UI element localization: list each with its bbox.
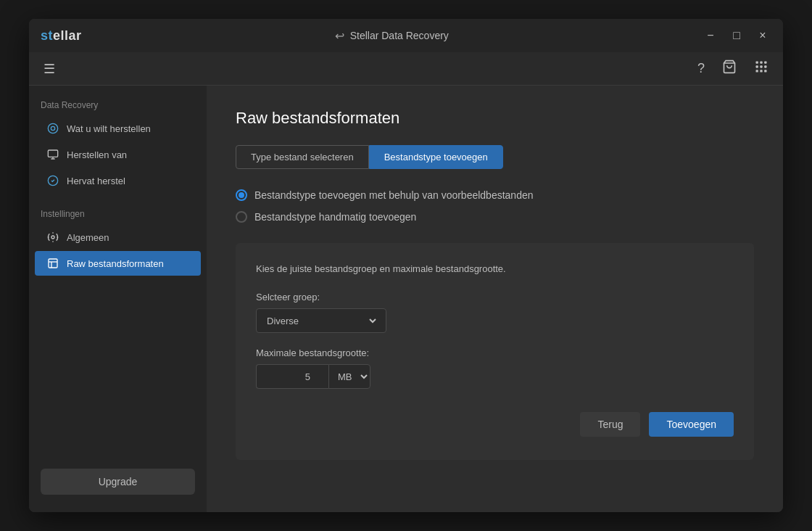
svg-rect-7	[756, 70, 758, 72]
select-group-label: Selcteer groep:	[256, 292, 734, 302]
sidebar-item-raw-bestandsformaten[interactable]: Raw bestandsformaten	[35, 251, 201, 276]
algemeen-icon	[46, 231, 59, 243]
grid-button[interactable]	[751, 57, 771, 81]
svg-rect-17	[49, 259, 57, 268]
tab-bar: Type bestand selecteren Bestandstype toe…	[236, 145, 754, 169]
svg-rect-3	[764, 62, 766, 64]
svg-rect-2	[760, 62, 762, 64]
titlebar-center: ↩ Stellar Data Recovery	[335, 29, 449, 43]
sidebar-item-algemeen[interactable]: Algemeen	[35, 225, 201, 250]
sidebar-item-hervat-herstel[interactable]: Hervat herstel	[35, 168, 201, 193]
hervat-herstel-icon	[46, 175, 59, 186]
size-input-group: MB KB GB	[256, 364, 734, 389]
svg-point-10	[48, 123, 57, 133]
form-hint: Kies de juiste bestandsgroep en maximale…	[256, 263, 734, 274]
form-card: Kies de juiste bestandsgroep en maximale…	[236, 243, 754, 460]
sidebar-item-wat-u-wilt[interactable]: Wat u wilt herstellen	[35, 116, 201, 141]
size-value-input[interactable]	[256, 364, 328, 389]
back-arrow-icon: ↩	[335, 29, 344, 43]
sidebar-section-data-recovery: Data Recovery	[29, 97, 207, 116]
toolbar-right: ?	[695, 57, 771, 81]
form-actions: Terug Toevoegen	[256, 412, 734, 437]
maximize-button[interactable]: □	[728, 27, 745, 44]
tab-toevoegen[interactable]: Bestandstype toevoegen	[369, 145, 503, 169]
help-button[interactable]: ?	[695, 58, 708, 79]
hamburger-menu-button[interactable]: ☰	[41, 58, 58, 80]
main-content: Data Recovery Wat u wilt herstellen	[29, 86, 783, 512]
select-group-input[interactable]: Diverse Audio Video Document Image	[264, 315, 378, 327]
sidebar-item-label: Raw bestandsformaten	[67, 258, 164, 269]
max-size-label: Maximale bestandsgrootte:	[256, 347, 734, 358]
select-group-wrapper: Diverse Audio Video Document Image	[256, 308, 386, 333]
radio-label-handmatig: Bestandstype handmatig toevoegen	[254, 211, 416, 223]
instellingen-title: Instellingen	[29, 206, 207, 225]
application-window: stellar ↩ Stellar Data Recovery − □ × ☰ …	[29, 19, 783, 512]
svg-rect-6	[764, 65, 766, 67]
app-logo: stellar	[41, 28, 82, 44]
add-button[interactable]: Toevoegen	[649, 412, 734, 437]
sidebar-section-instellingen: Instellingen Algemeen	[29, 206, 207, 277]
radio-circle-voorbeeld	[236, 189, 247, 201]
wat-u-wilt-icon	[46, 123, 59, 134]
svg-rect-5	[760, 65, 762, 67]
svg-rect-4	[756, 65, 758, 67]
titlebar-controls: − □ ×	[702, 27, 771, 44]
sidebar-item-label: Herstellen van	[67, 149, 127, 160]
select-group-field: Selcteer groep: Diverse Audio Video Docu…	[256, 292, 734, 333]
svg-rect-8	[760, 70, 762, 72]
upgrade-button[interactable]: Upgrade	[41, 469, 195, 495]
sidebar-item-label: Wat u wilt herstellen	[67, 123, 151, 134]
sidebar-item-label: Hervat herstel	[67, 176, 125, 186]
radio-group: Bestandstype toevoegen met behulp van vo…	[236, 189, 754, 223]
cart-button[interactable]	[719, 57, 740, 81]
max-size-field: Maximale bestandsgrootte: MB KB GB	[256, 347, 734, 389]
svg-rect-1	[756, 62, 758, 64]
page-title: Raw bestandsformaten	[236, 109, 754, 128]
toolbar: ☰ ?	[29, 52, 783, 86]
radio-label-voorbeeld: Bestandstype toevoegen met behulp van vo…	[254, 189, 534, 201]
window-title: Stellar Data Recovery	[350, 30, 449, 41]
minimize-button[interactable]: −	[702, 27, 719, 44]
sidebar-item-label: Algemeen	[67, 232, 109, 243]
content-area: Raw bestandsformaten Type bestand select…	[207, 86, 783, 512]
radio-option-voorbeeld[interactable]: Bestandstype toevoegen met behulp van vo…	[236, 189, 754, 201]
herstellen-van-icon	[46, 149, 59, 160]
titlebar: stellar ↩ Stellar Data Recovery − □ ×	[29, 19, 783, 52]
back-button[interactable]: Terug	[580, 412, 640, 437]
radio-circle-handmatig	[236, 211, 247, 223]
radio-option-handmatig[interactable]: Bestandstype handmatig toevoegen	[236, 211, 754, 223]
close-button[interactable]: ×	[754, 27, 771, 44]
toolbar-left: ☰	[41, 58, 58, 80]
size-unit-select[interactable]: MB KB GB	[328, 364, 370, 389]
sidebar-item-herstellen-van[interactable]: Herstellen van	[35, 142, 201, 167]
tab-type-selecteren[interactable]: Type bestand selecteren	[236, 145, 369, 169]
svg-rect-9	[764, 70, 766, 72]
raw-bestandsformaten-icon	[46, 258, 59, 269]
svg-point-11	[51, 126, 54, 130]
sidebar-bottom: Upgrade	[29, 463, 207, 501]
sidebar: Data Recovery Wat u wilt herstellen	[29, 86, 207, 512]
svg-point-16	[51, 236, 54, 239]
svg-rect-12	[48, 150, 57, 157]
